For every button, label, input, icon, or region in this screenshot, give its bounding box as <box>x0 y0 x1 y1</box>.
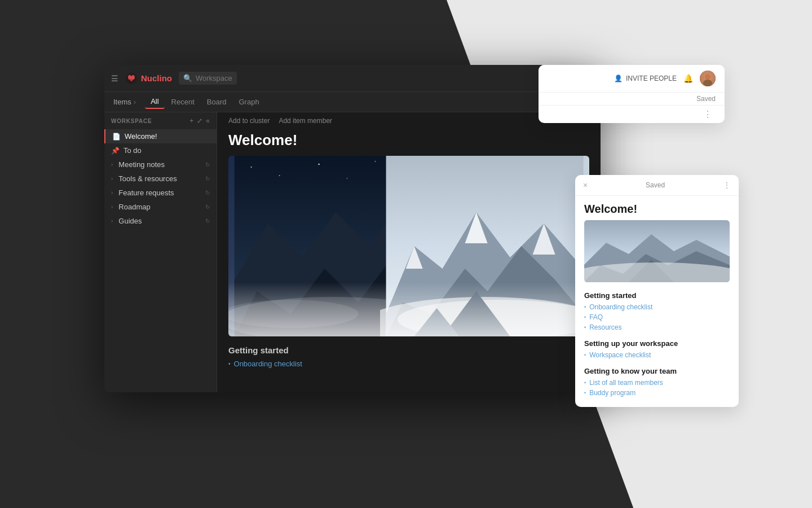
svg-point-6 <box>279 175 280 176</box>
mc-link-workspace-label: Workspace checklist <box>589 351 651 359</box>
content-area: WORKSPACE + ⤢ « 📄 Welcome! 📌 To do › Mee… <box>104 112 601 392</box>
svg-point-8 <box>347 178 348 179</box>
right-panel-header: 👤 INVITE PEOPLE 🔔 <box>539 65 725 93</box>
mc-link-resources-label: Resources <box>589 323 621 331</box>
sidebar-item-welcome[interactable]: 📄 Welcome! <box>104 129 217 143</box>
rph-actions: 👤 INVITE PEOPLE 🔔 <box>614 71 716 86</box>
arrow-icon-tools: › <box>111 176 113 182</box>
sidebar-actions: + ⤢ « <box>189 117 210 125</box>
logo-text: Nuclino <box>141 73 172 83</box>
svg-point-26 <box>705 74 710 80</box>
notifications-bell-icon[interactable]: 🔔 <box>683 74 693 83</box>
tab-bar: Items › All Recent Board Graph <box>104 92 601 112</box>
hero-image <box>228 156 589 336</box>
sidebar-item-guides[interactable]: › Guides ↻ <box>104 214 217 228</box>
sync-icon-meeting: ↻ <box>205 161 210 168</box>
svg-point-3 <box>130 78 133 81</box>
invite-icon: 👤 <box>614 75 623 82</box>
sidebar-header: WORKSPACE + ⤢ « <box>104 112 217 129</box>
app-window: ☰ Nuclino 🔍 Workspace Items › All Recent <box>104 65 601 392</box>
add-item-member-btn[interactable]: Add item member <box>279 117 332 125</box>
onboarding-link-label: Onboarding checklist <box>234 360 302 368</box>
mc-link-buddy-label: Buddy program <box>589 389 636 397</box>
sync-icon-roadmap: ↻ <box>205 204 210 210</box>
todo-icon: 📌 <box>111 147 119 155</box>
mc-section-team: Getting to know your team <box>575 365 739 378</box>
sidebar-item-meeting-notes[interactable]: › Meeting notes ↻ <box>104 157 217 172</box>
breadcrumb-separator: › <box>134 98 136 106</box>
logo-area: Nuclino <box>125 72 172 85</box>
mc-link-workspace-checklist[interactable]: • Workspace checklist <box>575 350 739 360</box>
mini-card-title: Welcome! <box>575 196 739 220</box>
mini-card-saved-label: Saved <box>646 181 665 189</box>
svg-point-5 <box>251 167 252 168</box>
mc-bullet-1: • <box>584 304 586 310</box>
saved-label: Saved <box>696 95 716 103</box>
nuclino-logo-icon <box>125 72 138 85</box>
user-avatar[interactable] <box>700 71 716 86</box>
invite-people-btn[interactable]: 👤 INVITE PEOPLE <box>614 75 677 82</box>
sidebar-item-features-label: Feature requests <box>118 189 174 197</box>
invite-label: INVITE PEOPLE <box>626 75 677 82</box>
mc-link-team-members[interactable]: • List of all team members <box>575 378 739 388</box>
breadcrumb-items-label[interactable]: Items <box>113 98 131 106</box>
saved-bar: Saved <box>539 93 725 106</box>
sync-icon-features: ↻ <box>205 190 210 196</box>
getting-started-title: Getting started <box>228 345 589 355</box>
sidebar-item-tools[interactable]: › Tools & resources ↻ <box>104 172 217 186</box>
mini-card: × Saved ⋮ Welcome! Get <box>575 175 739 407</box>
hamburger-icon[interactable]: ☰ <box>111 74 118 83</box>
link-bullet-1: • <box>228 361 231 367</box>
mist-overlay <box>228 282 589 336</box>
arrow-icon-meeting: › <box>111 161 113 168</box>
onboarding-link[interactable]: • Onboarding checklist <box>228 358 589 369</box>
sidebar-collapse-icon[interactable]: « <box>206 117 210 125</box>
mc-bullet-3: • <box>584 325 586 330</box>
mc-link-faq[interactable]: • FAQ <box>575 312 739 322</box>
mc-link-faq-label: FAQ <box>589 313 603 321</box>
breadcrumb: Items › <box>113 98 136 106</box>
arrow-icon-guides: › <box>111 218 113 224</box>
hero-image-inner <box>228 156 589 336</box>
mc-link-resources[interactable]: • Resources <box>575 322 739 332</box>
arrow-icon-features: › <box>111 190 113 196</box>
mini-card-hero-inner <box>584 220 730 282</box>
top-bar: ☰ Nuclino 🔍 Workspace <box>104 65 601 92</box>
sidebar-item-roadmap[interactable]: › Roadmap ↻ <box>104 200 217 214</box>
mini-card-more-btn[interactable]: ⋮ <box>723 181 731 190</box>
mc-bullet-5: • <box>584 380 586 386</box>
add-to-cluster-btn[interactable]: Add to cluster <box>228 117 270 125</box>
mc-link-onboarding-label: Onboarding checklist <box>589 303 652 311</box>
mini-card-close-btn[interactable]: × <box>583 181 588 190</box>
search-bar[interactable]: 🔍 Workspace <box>179 72 237 85</box>
arrow-icon-roadmap: › <box>111 204 113 210</box>
mc-link-buddy-program[interactable]: • Buddy program <box>575 388 739 398</box>
more-menu-btn[interactable]: ⋮ <box>700 108 716 121</box>
mc-bullet-6: • <box>584 390 586 396</box>
sync-icon-tools: ↻ <box>205 176 210 182</box>
sidebar-item-todo[interactable]: 📌 To do <box>104 143 217 157</box>
sidebar-item-guides-label: Guides <box>118 217 142 225</box>
sidebar-add-icon[interactable]: + <box>189 117 193 125</box>
tab-recent[interactable]: Recent <box>166 95 200 108</box>
svg-point-9 <box>375 161 376 162</box>
workspace-label: WORKSPACE <box>111 118 152 124</box>
right-panel: 👤 INVITE PEOPLE 🔔 Saved ⋮ <box>539 65 725 123</box>
tab-graph[interactable]: Graph <box>233 95 265 108</box>
editor-title: Welcome! <box>217 129 601 156</box>
sidebar-expand-icon[interactable]: ⤢ <box>197 117 202 125</box>
mc-section-getting-started: Getting started <box>575 289 739 302</box>
welcome-icon: 📄 <box>112 133 120 141</box>
tab-all[interactable]: All <box>145 95 164 109</box>
sidebar: WORKSPACE + ⤢ « 📄 Welcome! 📌 To do › Mee… <box>104 112 217 392</box>
avatar-face <box>700 71 716 86</box>
tab-board[interactable]: Board <box>201 95 232 108</box>
sidebar-item-meeting-label: Meeting notes <box>118 160 165 169</box>
mc-link-onboarding[interactable]: • Onboarding checklist <box>575 302 739 312</box>
search-icon: 🔍 <box>183 74 192 82</box>
sidebar-item-features[interactable]: › Feature requests ↻ <box>104 186 217 200</box>
sidebar-item-roadmap-label: Roadmap <box>118 203 150 211</box>
editor: Add to cluster Add item member Welcome! <box>217 112 601 392</box>
mc-link-team-members-label: List of all team members <box>589 379 663 387</box>
search-placeholder: Workspace <box>196 74 232 82</box>
